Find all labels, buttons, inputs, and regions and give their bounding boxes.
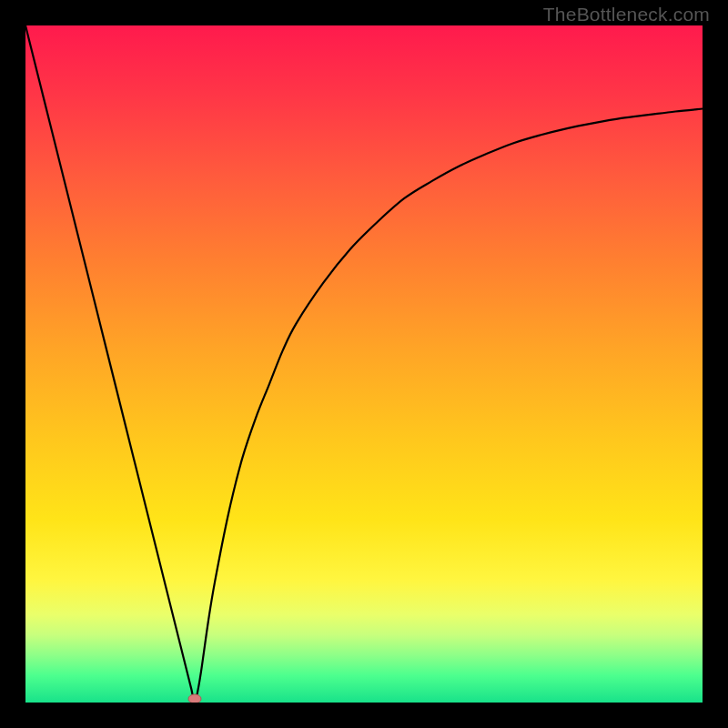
plot-area [25, 25, 703, 703]
bottleneck-curve [25, 25, 703, 703]
chart-frame: TheBottleneck.com [0, 0, 728, 728]
svg-point-0 [188, 694, 201, 703]
watermark-text: TheBottleneck.com [543, 4, 710, 25]
